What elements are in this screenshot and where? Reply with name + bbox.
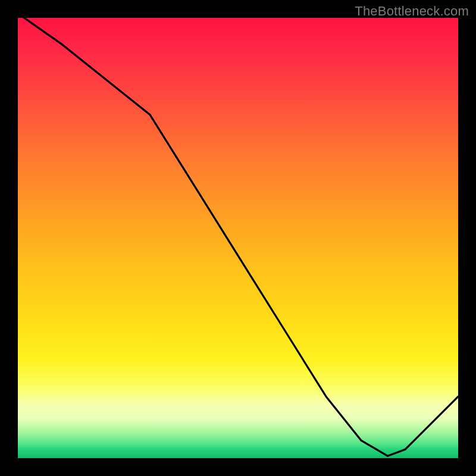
bottleneck-curve: [18, 18, 458, 458]
chart-frame: TheBottleneck.com: [0, 0, 476, 476]
plot-area: [18, 18, 458, 458]
watermark-text: TheBottleneck.com: [355, 4, 469, 19]
